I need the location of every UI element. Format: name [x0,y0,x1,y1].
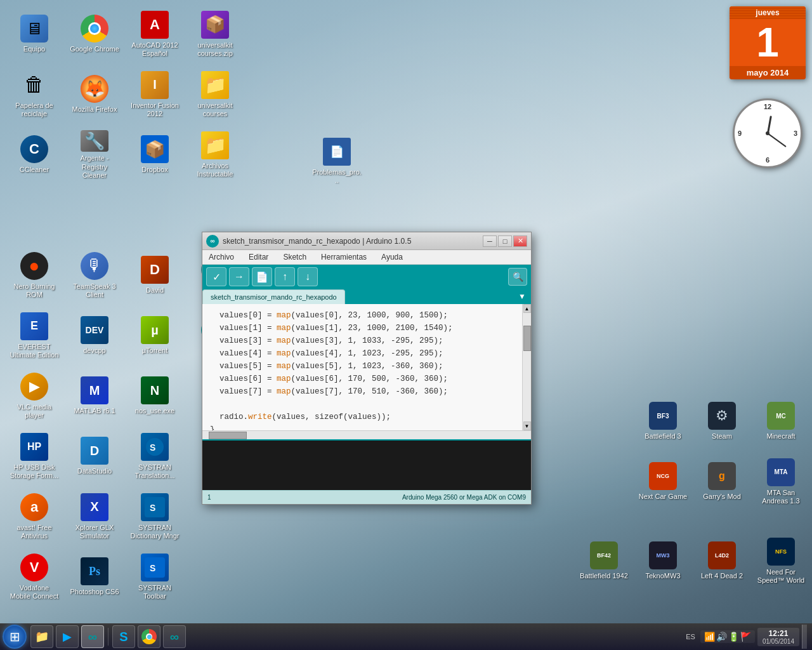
desktop-icon-battlefield3[interactable]: BF3 Battlefield 3 [635,394,691,449]
desktop-icon-next-car[interactable]: NCG Next Car Game [635,454,691,510]
teknomw3-icon: MW3 [649,541,677,569]
open-button[interactable]: ↑ [275,267,295,286]
tab-dropdown[interactable]: ▼ [513,289,531,304]
menu-ayuda[interactable]: Ayuda [379,251,405,263]
systran-trans-icon: S [141,433,169,461]
code-line-1: values[1] = map(values[1], 23, 1000, 210… [210,322,514,335]
desktop-icon-avast[interactable]: a avast! Free Antivirus [6,489,62,545]
close-button[interactable]: ✕ [513,235,527,247]
desktop-icon-dropbox[interactable]: 📦 Dropbox [127,127,183,183]
teamspeak-label: TeamSpeak 3 Client [70,282,119,299]
desktop-icon-steam[interactable]: ⚙ Steam [694,394,750,449]
clock-tray[interactable]: 12:21 01/05/2014 [757,628,799,646]
desktop-icon-nfs[interactable]: NFS Need For Speed™ World [753,533,809,589]
desktop-icon-photoshop[interactable]: Ps Photoshop CS6 [67,549,122,605]
menu-herramientas[interactable]: Herramientas [318,251,369,263]
desktop-icon-chrome[interactable]: Google Chrome [67,6,122,62]
desktop-icon-teamspeak[interactable]: 🎙 TeamSpeak 3 Client [67,248,122,303]
desktop-icon-garrys-mod[interactable]: g Garry's Mod [694,454,750,510]
scroll-up-arrow[interactable]: ▲ [523,304,531,313]
desktop-icon-everest[interactable]: E EVEREST Ultimate Edition [6,308,62,364]
desktop-icon-equipo[interactable]: 🖥 Equipo [6,6,62,62]
desktop-icon-minecraft[interactable]: MC Minecraft [753,394,809,449]
upload-button[interactable]: → [229,267,249,286]
desktop-icon-systran-trans[interactable]: S SYSTRAN Translation... [127,428,183,484]
vertical-scrollbar[interactable]: ▲ ▼ [522,304,531,430]
desktop-icon-utorrent[interactable]: µ µTorrent [127,308,183,364]
desktop-icon-argente[interactable]: 🔧 Argente - Registry Cleaner [67,127,122,183]
scroll-thumb[interactable] [523,326,531,351]
dropbox-label: Dropbox [141,166,168,174]
dropbox-icon: 📦 [141,135,169,163]
taskbar-wmp[interactable]: ▶ [56,625,79,648]
desktop-icon-l4d2[interactable]: L4D2 Left 4 Dead 2 [694,533,750,589]
desktop-icon-xplorer[interactable]: X Xplorer GLX Simulator [67,489,122,545]
desktop-icon-problemas[interactable]: 📄 Problemas_pro... [309,133,365,189]
desktop-icon-teknomw3[interactable]: MW3 TeknoMW3 [635,533,691,589]
desktop-icon-universalkit-folder[interactable]: 📁 universalkit courses [187,67,243,123]
menu-sketch[interactable]: Sketch [280,251,309,263]
taskbar-chrome[interactable] [138,625,160,648]
sketch-tab[interactable]: sketch_transmisor_mando_rc_hexapodo [202,289,345,304]
desktop-icon-firefox[interactable]: 🦊 Mozilla Firefox [67,67,122,123]
desktop-icon-autocad[interactable]: A AutoCAD 2012 Español [127,6,183,62]
desktop-icon-archivos[interactable]: 📁 Archivos Instructable [187,127,243,183]
matlab-label: MATLAB r6.1 [74,407,115,415]
desktop-icon-mta[interactable]: MTA MTA San Andreas 1.3 [753,454,809,510]
firefox-label: Mozilla Firefox [72,105,117,114]
minimize-button[interactable]: ─ [483,235,497,247]
desktop-icon-universalkit-zip[interactable]: 📦 universalkit courses.zip [187,6,243,62]
scroll-down-arrow[interactable]: ▼ [523,421,531,430]
save-button[interactable]: ↓ [298,267,318,286]
desktop-icon-devcpp[interactable]: DEV devcpp [67,308,122,364]
taskbar-skype[interactable]: S [112,625,135,648]
desktop-icon-hp[interactable]: HP HP USB Disk Storage Form... [6,428,62,484]
desktop-icon-vlc[interactable]: ▶ VLC media player [6,368,62,424]
desktop-icon-systran-dict[interactable]: S SYSTRAN Dictionary Mngr [127,489,183,545]
taskbar-arduino[interactable]: ∞ [81,625,104,648]
teknomw3-label: TeknoMW3 [645,572,680,580]
calendar-month-year: mayo 2014 [730,66,806,79]
start-button[interactable]: ⊞ [3,625,27,649]
menu-editar[interactable]: Editar [246,251,271,263]
steam-label: Steam [712,432,732,441]
code-editor[interactable]: values[0] = map(values[0], 23, 1000, 900… [202,304,522,430]
code-line-0: values[0] = map(values[0], 23, 1000, 900… [210,309,514,322]
vodafone-label: Vodafone Mobile Connect [10,584,59,600]
xplorer-label: Xplorer GLX Simulator [70,524,119,540]
desktop-icon-bf1942[interactable]: BF42 Battlefield 1942 [576,533,632,589]
photoshop-label: Photoshop CS6 [70,588,119,596]
menu-archivo[interactable]: Archivo [206,251,237,263]
desktop-icon-systran-toolbar[interactable]: S SYSTRAN Toolbar [127,549,183,605]
desktop-icon-nero[interactable]: ● Nero Burning ROM [6,248,62,303]
desktop-icon-datastudio[interactable]: D DataStudio [67,428,122,484]
code-line-6: values[7] = map(values[7], 170, 510, -36… [210,385,514,398]
desktop-icon-vodafone[interactable]: V Vodafone Mobile Connect [6,549,62,605]
search-button[interactable]: 🔍 [508,268,527,286]
vodafone-icon: V [20,554,48,581]
desktop-icon-ccleaner[interactable]: C CCleaner [6,127,62,183]
desktop-icon-david[interactable]: D David [127,248,183,303]
desktop-icon-matlab[interactable]: M MATLAB r6.1 [67,368,122,424]
next-car-label: Next Car Game [639,493,687,501]
desktop-icon-inventor[interactable]: I Inventor Fusion 2012 [127,67,183,123]
network-icon[interactable]: 📶 [704,632,715,642]
arduino-taskbar-icon: ∞ [88,630,97,644]
desktop-icon-nos[interactable]: N nos_use.exe [127,368,183,424]
scroll-thumb-h[interactable] [209,432,247,439]
verify-button[interactable]: ✓ [206,267,226,286]
taskbar-explorer[interactable]: 📁 [30,625,53,648]
taskbar-separator [108,628,108,646]
action-center-icon[interactable]: 🚩 [740,632,751,642]
new-button[interactable]: 📄 [252,267,272,286]
desktop-icon-papelera[interactable]: 🗑 Papelera de reciclaje [6,67,62,123]
show-desktop-button[interactable] [802,625,807,649]
inventor-icon: I [141,71,169,99]
window-menubar: Archivo Editar Sketch Herramientas Ayuda [202,250,531,265]
volume-icon[interactable]: 🔊 [716,632,727,642]
battery-icon[interactable]: 🔋 [728,632,739,642]
horizontal-scrollbar[interactable] [202,430,531,439]
autocad-label: AutoCAD 2012 Español [130,41,180,58]
maximize-button[interactable]: □ [498,235,512,247]
taskbar-arduino2[interactable]: ∞ [163,625,186,648]
